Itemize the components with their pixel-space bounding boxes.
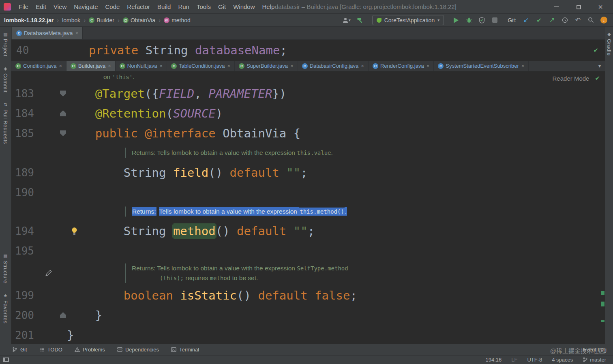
tool-stripe-structure[interactable]: ▦Structure xyxy=(2,253,9,283)
tab-tablecondition-java[interactable]: CTableCondition.java× xyxy=(167,61,235,71)
hide-tool-windows-icon[interactable] xyxy=(3,358,9,362)
tool-stripe-commit[interactable]: ◈Commit xyxy=(2,66,9,92)
menu-item-view[interactable]: View xyxy=(50,0,70,14)
breadcrumb-item-method[interactable]: mmethod xyxy=(164,17,191,24)
code-line[interactable]: 194 String method() default ""; xyxy=(11,221,605,241)
maximize-button[interactable] xyxy=(575,3,582,11)
app-logo-icon[interactable] xyxy=(4,3,11,11)
tool-button-git[interactable]: Git xyxy=(12,347,27,353)
line-number[interactable]: 201 xyxy=(15,329,34,341)
hidden-tabs-icon[interactable]: ▾ xyxy=(598,63,601,69)
line-number[interactable]: 200 xyxy=(15,309,34,321)
rendered-doc-line[interactable]: Returns: Tells lombok to obtain a value … xyxy=(11,143,605,163)
code-line[interactable]: 199 boolean isStatic() default false; xyxy=(11,285,605,305)
line-number[interactable]: 183 xyxy=(15,88,34,100)
fold-marker-icon[interactable] xyxy=(60,130,66,136)
tool-button-terminal[interactable]: Terminal xyxy=(171,347,199,353)
tool-stripe-favorites[interactable]: ★Favorites xyxy=(2,293,9,323)
git-update-button[interactable]: ↙ xyxy=(523,16,529,24)
tool-button-dependencies[interactable]: Dependencies xyxy=(117,347,159,353)
rollback-button[interactable]: ↶ xyxy=(574,16,581,24)
update-notification-icon[interactable]: ↓ xyxy=(600,17,607,24)
tab-databasirconfig-java[interactable]: CDatabasirConfig.java× xyxy=(298,61,369,71)
line-number[interactable]: 194 xyxy=(15,225,34,237)
top-editor[interactable]: 40 private String databaseName; ✔ xyxy=(11,40,605,61)
tab-nonnull-java[interactable]: CNonNull.java× xyxy=(116,61,167,71)
minimize-button[interactable] xyxy=(553,3,560,11)
code-line[interactable]: 183 @Target({FIELD, PARAMETER}) xyxy=(11,84,605,103)
stop-button[interactable] xyxy=(491,17,498,23)
close-button[interactable]: × xyxy=(597,3,604,11)
tool-button-problems[interactable]: Problems xyxy=(75,347,105,353)
indent-widget[interactable]: 4 spaces xyxy=(552,357,573,363)
run-button[interactable] xyxy=(452,17,459,23)
tab-renderconfig-java[interactable]: CRenderConfig.java× xyxy=(369,61,434,71)
edit-pencil-icon[interactable] xyxy=(45,269,52,277)
reader-mode-label[interactable]: Reader Mode xyxy=(553,75,589,82)
rendered-doc-line[interactable]: on 'this'. xyxy=(11,71,605,84)
line-number[interactable]: 190 xyxy=(15,186,34,199)
close-tab-icon[interactable]: × xyxy=(427,63,430,69)
menu-item-run[interactable]: Run xyxy=(174,0,193,14)
line-separator-widget[interactable]: LF xyxy=(511,357,517,363)
line-number[interactable]: 184 xyxy=(15,107,34,120)
menu-item-code[interactable]: Code xyxy=(101,0,123,14)
bottom-editor[interactable]: on 'this'.183 @Target({FIELD, PARAMETER}… xyxy=(11,71,605,344)
run-config-select[interactable]: CoreTestApplication ▾ xyxy=(372,15,444,25)
code-line[interactable]: 184 @Retention(SOURCE) xyxy=(11,103,605,123)
tool-stripe-project[interactable]: ▤Project xyxy=(2,32,9,56)
build-hammer-button[interactable] xyxy=(357,17,364,24)
breadcrumb-item-lombok-1-18-22-jar[interactable]: lombok-1.18.22.jar xyxy=(4,17,54,24)
tab-condition-java[interactable]: CCondition.java× xyxy=(11,61,66,71)
menu-item-navigate[interactable]: Navigate xyxy=(70,0,101,14)
caret-position-widget[interactable]: 194:16 xyxy=(485,357,502,363)
line-number[interactable]: 185 xyxy=(15,127,34,139)
code-line[interactable]: 185 public @interface ObtainVia { xyxy=(11,123,605,143)
user-profile-button[interactable]: ▾ xyxy=(342,17,351,24)
code-line[interactable]: 189 String field() default ""; xyxy=(11,163,605,182)
close-tab-icon[interactable]: × xyxy=(59,63,62,69)
code-line[interactable]: 200 } xyxy=(11,305,605,325)
menu-item-git[interactable]: Git xyxy=(214,0,229,14)
menu-item-edit[interactable]: Edit xyxy=(32,0,50,14)
tab-superbuilder-java[interactable]: CSuperBuilder.java× xyxy=(235,61,298,71)
close-tab-icon[interactable]: × xyxy=(361,63,364,69)
close-tab-icon[interactable]: × xyxy=(290,63,294,69)
tool-button-todo[interactable]: TODO xyxy=(39,347,62,353)
git-push-button[interactable]: ↗ xyxy=(549,16,555,24)
tab-builder-java[interactable]: CBuilder.java× xyxy=(66,61,116,71)
search-everywhere-button[interactable] xyxy=(587,17,594,23)
tab-databasemeta-java[interactable]: C DatabaseMeta.java × xyxy=(12,27,83,39)
code-line[interactable]: 190 xyxy=(11,182,605,202)
fold-marker-icon[interactable] xyxy=(60,90,66,96)
menu-item-window[interactable]: Window xyxy=(229,0,258,14)
menu-item-file[interactable]: File xyxy=(15,0,32,14)
line-number[interactable]: 195 xyxy=(15,245,34,257)
tool-stripe-gradle[interactable]: ◆Gradle xyxy=(606,32,612,56)
fold-marker-icon[interactable] xyxy=(60,312,66,318)
inspections-ok-icon[interactable]: ✔ xyxy=(593,47,598,54)
git-branch-widget[interactable]: master xyxy=(583,357,606,363)
coverage-button[interactable] xyxy=(478,17,485,24)
menu-item-refactor[interactable]: Refactor xyxy=(123,0,154,14)
close-tab-icon[interactable]: × xyxy=(75,30,79,36)
breadcrumb-item-builder[interactable]: CBuilder xyxy=(89,17,114,24)
inspections-ok-icon[interactable]: ✔ xyxy=(595,75,600,82)
debug-button[interactable] xyxy=(465,17,472,24)
rendered-doc-line[interactable]: Returns:Tells lombok to obtain a value w… xyxy=(11,202,605,221)
breadcrumb-item-obtainvia[interactable]: @ObtainVia xyxy=(123,17,155,24)
close-tab-icon[interactable]: × xyxy=(160,63,163,69)
breadcrumb-item-lombok[interactable]: lombok xyxy=(62,17,80,24)
code-line[interactable]: 195 xyxy=(11,241,605,261)
tool-stripe-pull-requests[interactable]: ⇅Pull Requests xyxy=(2,102,9,144)
rendered-doc-line[interactable]: Returns: Tells lombok to obtain a value … xyxy=(11,261,605,285)
close-tab-icon[interactable]: × xyxy=(227,63,231,69)
fold-marker-icon[interactable] xyxy=(60,110,66,116)
menu-item-tools[interactable]: Tools xyxy=(193,0,214,14)
tab-systemstartedeventsubscriber[interactable]: CSystemStartedEventSubscriber× xyxy=(434,61,529,71)
close-tab-icon[interactable]: × xyxy=(521,63,525,69)
line-number[interactable]: 189 xyxy=(15,167,34,179)
line-number[interactable]: 199 xyxy=(15,289,34,302)
git-commit-button[interactable]: ✔ xyxy=(536,17,542,24)
line-number[interactable]: 40 xyxy=(16,44,29,56)
